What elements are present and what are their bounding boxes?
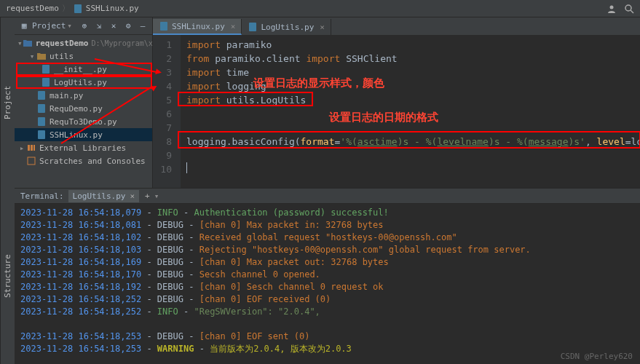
structure-tool-button[interactable]: Structure bbox=[0, 188, 15, 364]
tree-file-init[interactable]: __init__.py bbox=[16, 63, 152, 76]
terminal-tab[interactable]: LogUtils.py × bbox=[68, 190, 139, 202]
code-content[interactable]: import paramiko from paramiko.client imp… bbox=[181, 35, 640, 188]
code-editor[interactable]: 12345678910 import paramiko from paramik… bbox=[153, 35, 640, 188]
svg-rect-6 bbox=[38, 91, 45, 100]
watermark-text: CSDN @Perley620 bbox=[561, 352, 633, 361]
breadcrumb-project[interactable]: requestDemo bbox=[6, 4, 59, 13]
svg-rect-10 bbox=[28, 145, 30, 151]
tree-utils-folder[interactable]: ▾ utils bbox=[15, 50, 152, 63]
tab-label: LogUtils.py bbox=[261, 23, 314, 32]
close-icon[interactable]: × bbox=[231, 22, 236, 31]
line-gutter: 12345678910 bbox=[153, 35, 181, 188]
gear-icon[interactable]: ⚙ bbox=[123, 21, 133, 31]
tab-label: SSHLinux.py bbox=[172, 22, 225, 31]
library-icon bbox=[26, 143, 36, 153]
svg-point-1 bbox=[610, 5, 614, 9]
svg-rect-0 bbox=[74, 4, 82, 13]
close-icon[interactable]: × bbox=[130, 191, 135, 201]
breadcrumb-file[interactable]: SSHLinux.py bbox=[86, 4, 139, 13]
svg-rect-13 bbox=[28, 157, 35, 165]
tree-file-reqto3[interactable]: RequTo3Demo.py bbox=[15, 115, 152, 128]
terminal-title: Terminal: bbox=[20, 191, 64, 201]
close-icon[interactable]: × bbox=[320, 23, 325, 32]
svg-rect-14 bbox=[160, 22, 167, 31]
python-file-icon bbox=[41, 64, 51, 74]
select-opened-icon[interactable]: ⊕ bbox=[79, 21, 90, 31]
svg-rect-15 bbox=[249, 23, 256, 31]
add-terminal-icon[interactable]: + bbox=[145, 191, 150, 201]
svg-rect-11 bbox=[31, 145, 33, 151]
editor-tabs: SSHLinux.py × LogUtils.py × bbox=[153, 17, 640, 35]
annotation-text-2: 设置日志的日期的格式 bbox=[329, 111, 438, 124]
svg-rect-7 bbox=[38, 104, 45, 113]
terminal-panel: Structure Terminal: LogUtils.py × + ▾ 20… bbox=[0, 188, 640, 364]
editor-area: SSHLinux.py × LogUtils.py × 12345678910 … bbox=[153, 17, 640, 188]
tree-external-libraries[interactable]: ▸ External Libraries bbox=[15, 141, 152, 154]
tree-file-main[interactable]: main.py bbox=[15, 89, 152, 102]
folder-icon bbox=[23, 38, 33, 48]
tab-logutils[interactable]: LogUtils.py × bbox=[242, 19, 331, 35]
project-tree[interactable]: ▾ requestDemo D:\Myprogram\xunj ▾ utils … bbox=[15, 35, 152, 169]
svg-line-3 bbox=[631, 10, 633, 13]
tree-file-logutils[interactable]: LogUtils.py bbox=[16, 76, 152, 89]
tab-sshlinux[interactable]: SSHLinux.py × bbox=[153, 19, 242, 35]
search-icon[interactable] bbox=[624, 4, 634, 14]
terminal-output[interactable]: 2023-11-28 16:54:18,079 - INFO - Authent… bbox=[15, 204, 640, 364]
tree-scratches[interactable]: Scratches and Consoles bbox=[15, 154, 152, 167]
scratches-icon bbox=[26, 156, 36, 166]
python-file-icon bbox=[36, 90, 47, 100]
collapse-icon[interactable]: ✕ bbox=[108, 21, 119, 31]
svg-rect-12 bbox=[33, 145, 35, 151]
python-file-icon bbox=[36, 116, 47, 127]
expand-icon[interactable]: ⇲ bbox=[94, 21, 104, 31]
project-view-icon: ▦ bbox=[19, 21, 29, 31]
terminal-header: Terminal: LogUtils.py × + ▾ bbox=[15, 188, 640, 204]
tree-root[interactable]: ▾ requestDemo D:\Myprogram\xunj bbox=[15, 36, 152, 50]
python-file-icon bbox=[36, 103, 47, 114]
hide-icon[interactable]: — bbox=[138, 21, 148, 31]
python-file-icon bbox=[73, 4, 83, 14]
project-tool-button[interactable]: Project bbox=[0, 17, 15, 188]
annotation-text-1: 设置日志的显示样式，颜色 bbox=[253, 76, 384, 90]
breadcrumb-separator: 〉 bbox=[62, 3, 70, 14]
project-panel-header: ▦ Project ▾ ⊕ ⇲ ✕ ⚙ — bbox=[15, 17, 152, 35]
python-file-icon bbox=[36, 130, 47, 140]
project-panel-title: Project bbox=[32, 21, 66, 31]
project-panel: ▦ Project ▾ ⊕ ⇲ ✕ ⚙ — ▾ requestDemo D:\M… bbox=[15, 17, 153, 188]
folder-icon bbox=[36, 51, 47, 61]
tree-file-sshlinux[interactable]: SSHLinux.py bbox=[15, 128, 152, 141]
svg-rect-9 bbox=[38, 130, 45, 139]
svg-rect-8 bbox=[38, 117, 45, 126]
python-file-icon bbox=[41, 77, 51, 87]
svg-rect-4 bbox=[42, 65, 50, 74]
svg-rect-5 bbox=[42, 78, 50, 87]
python-file-icon bbox=[248, 22, 258, 32]
user-icon[interactable] bbox=[607, 4, 617, 14]
python-file-icon bbox=[159, 21, 169, 31]
breadcrumb: requestDemo 〉 SSHLinux.py bbox=[6, 3, 139, 14]
navigation-bar: requestDemo 〉 SSHLinux.py bbox=[0, 0, 640, 17]
tree-file-requdemo[interactable]: RequDemo.py bbox=[15, 102, 152, 115]
svg-point-2 bbox=[625, 5, 631, 11]
